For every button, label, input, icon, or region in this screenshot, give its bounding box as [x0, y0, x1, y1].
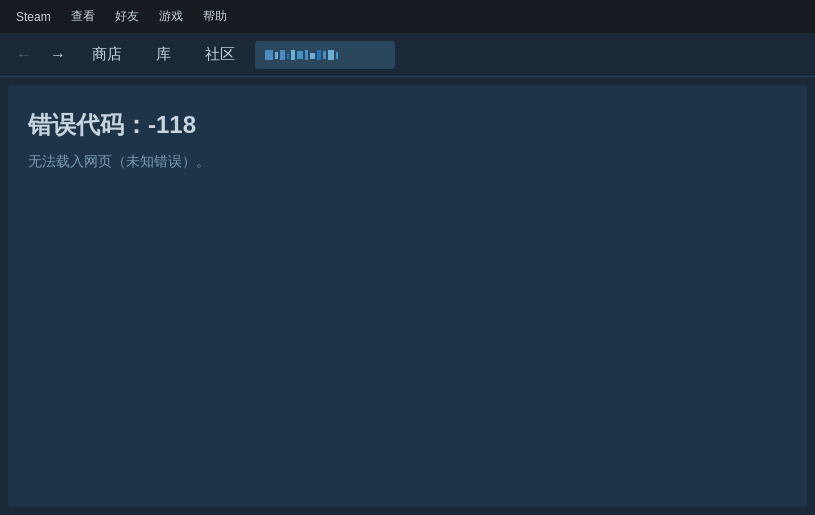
menu-item-help[interactable]: 帮助 [195, 4, 235, 29]
menu-item-games[interactable]: 游戏 [151, 4, 191, 29]
error-description: 无法载入网页（未知错误）。 [28, 153, 787, 171]
back-button[interactable]: ← [10, 41, 38, 69]
top-menu-bar: Steam 查看 好友 游戏 帮助 [0, 0, 815, 33]
menu-item-steam[interactable]: Steam [8, 6, 59, 28]
forward-button[interactable]: → [44, 41, 72, 69]
menu-item-friends[interactable]: 好友 [107, 4, 147, 29]
nav-bar: ← → 商店 库 社区 [0, 33, 815, 77]
tab-community[interactable]: 社区 [191, 39, 249, 70]
tab-store[interactable]: 商店 [78, 39, 136, 70]
menu-item-view[interactable]: 查看 [63, 4, 103, 29]
username-display [255, 41, 395, 69]
tab-library[interactable]: 库 [142, 39, 185, 70]
error-title: 错误代码：-118 [28, 109, 787, 141]
main-content: 错误代码：-118 无法载入网页（未知错误）。 [8, 85, 807, 507]
